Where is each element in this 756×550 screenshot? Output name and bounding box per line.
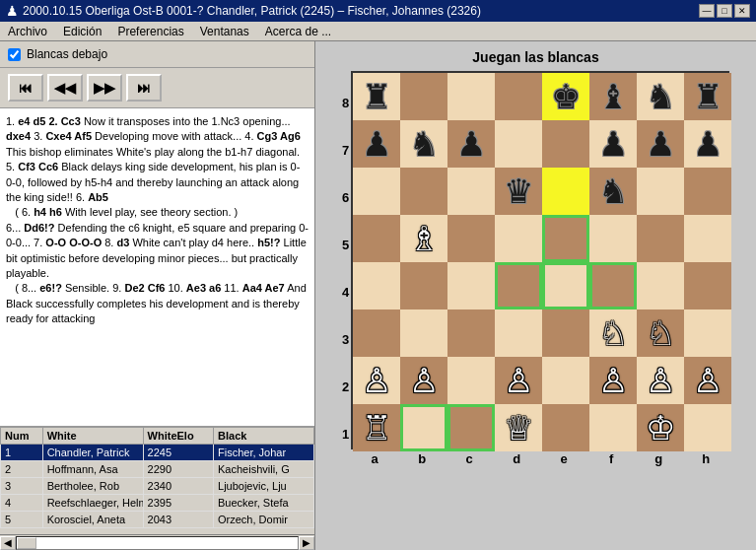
file-g: g xyxy=(635,451,682,466)
table-row[interactable]: 4 Reefschlaeger, Helmut 2395 Buecker, St… xyxy=(1,495,314,512)
board-cell[interactable] xyxy=(447,309,495,357)
board-cell[interactable]: ♝ xyxy=(589,73,637,120)
menu-preferencias[interactable]: Preferencias xyxy=(113,24,187,39)
board-cell[interactable]: ♟ xyxy=(637,120,684,168)
board-cell[interactable]: ♙ xyxy=(684,357,731,404)
cell-num: 5 xyxy=(1,512,43,528)
board-cell[interactable] xyxy=(495,262,542,309)
board-cell[interactable]: ♕ xyxy=(495,404,542,451)
menu-edicion[interactable]: Edición xyxy=(59,24,105,39)
piece-bR: ♜ xyxy=(362,80,391,113)
board-cell[interactable]: ♗ xyxy=(400,215,447,262)
prev-move-button[interactable]: ◀◀ xyxy=(47,74,83,102)
board-cell[interactable]: ♟ xyxy=(353,120,400,168)
board-cell[interactable] xyxy=(637,262,684,309)
piece-bB: ♝ xyxy=(598,80,628,113)
board-cell[interactable]: ♜ xyxy=(353,73,400,120)
board-cell[interactable] xyxy=(684,168,731,215)
table-row[interactable]: 1 Chandler, Patrick 2245 Fischer, Johar xyxy=(1,445,314,461)
board-cell[interactable] xyxy=(542,262,589,309)
scroll-track[interactable] xyxy=(16,536,299,550)
table-row[interactable]: 3 Bertholee, Rob 2340 Ljubojevic, Lju xyxy=(1,478,314,495)
board-cell[interactable] xyxy=(400,404,447,451)
board-cell[interactable] xyxy=(447,215,495,262)
board-cell[interactable] xyxy=(447,357,495,404)
board-cell[interactable]: ♞ xyxy=(637,73,684,120)
menu-archivo[interactable]: Archivo xyxy=(4,24,51,39)
board-cell[interactable]: ♘ xyxy=(637,309,684,357)
board-cell[interactable]: ♙ xyxy=(589,357,637,404)
board-cell[interactable] xyxy=(400,168,447,215)
board-cell[interactable] xyxy=(447,262,495,309)
board-cell[interactable] xyxy=(542,168,589,215)
close-button[interactable]: ✕ xyxy=(734,4,750,18)
board-cell[interactable] xyxy=(353,168,400,215)
board-cell[interactable] xyxy=(684,404,731,451)
board-cell[interactable] xyxy=(589,262,637,309)
board-cell[interactable] xyxy=(400,262,447,309)
board-cell[interactable] xyxy=(542,309,589,357)
table-row[interactable]: 5 Korosciel, Aneta 2043 Orzech, Domir xyxy=(1,512,314,528)
board-cell[interactable] xyxy=(447,73,495,120)
board-cell[interactable] xyxy=(353,309,400,357)
last-move-button[interactable]: ⏭ xyxy=(126,74,162,102)
rank-6: 6 xyxy=(342,174,349,222)
board-cell[interactable] xyxy=(447,168,495,215)
cell-whiteelo: 2245 xyxy=(143,445,213,461)
cell-black: Kacheishvili, G xyxy=(214,461,314,478)
board-cell[interactable] xyxy=(353,262,400,309)
board-cell[interactable] xyxy=(353,215,400,262)
board-cell[interactable] xyxy=(542,215,589,262)
board-cell[interactable]: ♙ xyxy=(495,357,542,404)
first-move-button[interactable]: ⏮ xyxy=(8,74,43,102)
scroll-thumb[interactable] xyxy=(17,537,36,549)
board-cell[interactable] xyxy=(637,168,684,215)
rank-4: 4 xyxy=(342,269,349,316)
board-cell[interactable]: ♞ xyxy=(589,168,637,215)
maximize-button[interactable]: □ xyxy=(717,4,732,18)
board-cell[interactable]: ♟ xyxy=(684,120,731,168)
board-cell[interactable]: ♚ xyxy=(542,73,589,120)
board-cell[interactable] xyxy=(637,215,684,262)
board-cell[interactable] xyxy=(684,309,731,357)
board-cell[interactable]: ♙ xyxy=(353,357,400,404)
board-cell[interactable] xyxy=(542,404,589,451)
scroll-right[interactable]: ▶ xyxy=(299,536,314,550)
menu-ventanas[interactable]: Ventanas xyxy=(196,24,253,39)
piece-wP: ♙ xyxy=(646,364,675,397)
cell-black: Fischer, Johar xyxy=(214,445,314,461)
scroll-left[interactable]: ◀ xyxy=(0,536,16,550)
board-cell[interactable]: ♙ xyxy=(400,357,447,404)
board-cell[interactable] xyxy=(684,215,731,262)
board-cell[interactable] xyxy=(495,120,542,168)
board-cell[interactable]: ♔ xyxy=(637,404,684,451)
board-cell[interactable] xyxy=(589,215,637,262)
blancas-debajo-checkbox[interactable] xyxy=(8,48,21,61)
board-cell[interactable] xyxy=(400,73,447,120)
board-cell[interactable]: ♜ xyxy=(684,73,731,120)
board-cell[interactable]: ♟ xyxy=(447,120,495,168)
scrollbar[interactable]: ◀ ▶ xyxy=(0,534,314,550)
minimize-button[interactable]: — xyxy=(699,4,715,18)
board-cell[interactable] xyxy=(542,357,589,404)
board-cell[interactable]: ♙ xyxy=(637,357,684,404)
file-e: e xyxy=(540,451,587,466)
table-row[interactable]: 2 Hoffmann, Asa 2290 Kacheishvili, G xyxy=(1,461,314,478)
board-cell[interactable]: ♘ xyxy=(589,309,637,357)
piece-wP: ♙ xyxy=(362,364,391,397)
board-cell[interactable] xyxy=(495,73,542,120)
next-move-button[interactable]: ▶▶ xyxy=(87,74,122,102)
board-cell[interactable] xyxy=(400,309,447,357)
cell-num: 2 xyxy=(1,461,43,478)
board-cell[interactable] xyxy=(542,120,589,168)
board-cell[interactable] xyxy=(447,404,495,451)
board-cell[interactable]: ♛ xyxy=(495,168,542,215)
board-cell[interactable]: ♖ xyxy=(353,404,400,451)
board-cell[interactable] xyxy=(495,309,542,357)
board-cell[interactable] xyxy=(684,262,731,309)
board-cell[interactable] xyxy=(589,404,637,451)
menu-acerca[interactable]: Acerca de ... xyxy=(261,24,335,39)
board-cell[interactable] xyxy=(495,215,542,262)
board-cell[interactable]: ♟ xyxy=(589,120,637,168)
board-cell[interactable]: ♞ xyxy=(400,120,447,168)
